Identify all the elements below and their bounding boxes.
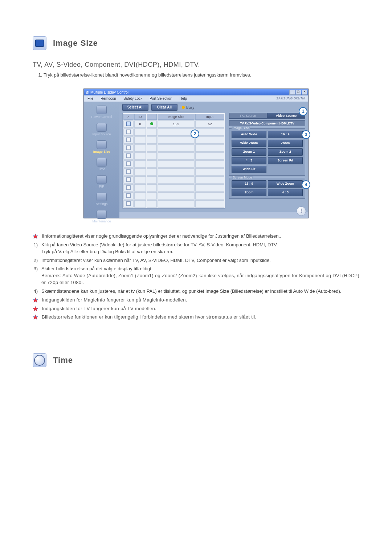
status-bar: !	[119, 212, 308, 218]
sidebar-item-label: Input Source	[92, 132, 111, 136]
row-checkbox[interactable]	[126, 161, 131, 166]
screen-mode-option-button[interactable]: 4 : 3	[268, 189, 303, 196]
time-icon	[97, 158, 107, 167]
menu-file[interactable]: File	[84, 95, 97, 102]
cell-id: 0	[134, 120, 146, 128]
star-bullet-icon	[33, 297, 38, 303]
sidebar-item-maintenance[interactable]: Maintenance	[87, 209, 116, 225]
sidebar-item-label: PIP	[99, 185, 105, 188]
row-checkbox[interactable]	[126, 169, 131, 174]
maintenance-icon	[97, 210, 107, 219]
legend-image-size: Image Size	[232, 126, 250, 130]
image-size-option-button[interactable]: Zoom 2	[268, 148, 303, 156]
sidebar-item-label: Time	[98, 167, 105, 171]
clear-all-button[interactable]: Clear All	[151, 104, 177, 111]
minimize-button[interactable]: _	[289, 90, 295, 95]
pip-icon	[97, 175, 107, 184]
screen-mode-fieldset: Screen Mode 16 : 9Wide ZoomZoom4 : 3	[229, 178, 305, 199]
svg-marker-3	[33, 315, 38, 320]
row-checkbox[interactable]	[126, 122, 131, 126]
sidebar-item-image-size[interactable]: Image Size	[87, 140, 116, 155]
menu-port-selection[interactable]: Port Selection	[146, 95, 176, 102]
row-checkbox[interactable]	[126, 138, 131, 142]
section-title: Time	[53, 356, 73, 365]
sidebar-item-power-control[interactable]: Power Control	[87, 105, 116, 120]
clock-icon	[33, 353, 46, 367]
menu-help[interactable]: Help	[176, 95, 191, 102]
video-source-list: TV,AV,S-Video,Component,HDMI,DTV	[229, 120, 305, 126]
warning-icon: !	[297, 206, 306, 216]
sidebar-item-time[interactable]: Time	[87, 157, 116, 172]
input-source-icon	[97, 123, 107, 132]
table-row[interactable]	[123, 192, 224, 200]
image-size-icon	[97, 140, 107, 149]
table-row[interactable]: 016:9AV	[123, 120, 224, 128]
note-4: Skærmtilstandene kan kun justeres, når e…	[41, 288, 341, 295]
col-status	[147, 114, 157, 120]
row-checkbox[interactable]	[126, 153, 131, 158]
sidebar-item-input-source[interactable]: Input Source	[87, 122, 116, 138]
busy-indicator: Busy	[182, 106, 194, 110]
busy-label: Busy	[186, 106, 194, 110]
table-row[interactable]	[123, 176, 224, 184]
col-check: ✓	[123, 114, 134, 120]
maximize-button[interactable]: ▢	[295, 90, 301, 95]
close-button[interactable]: ✕	[302, 90, 307, 95]
row-checkbox[interactable]	[126, 145, 131, 150]
screen-mode-option-button[interactable]: 16 : 9	[232, 180, 266, 188]
table-row[interactable]	[123, 128, 224, 136]
power-icon	[97, 106, 107, 114]
intro-list: Tryk på billedstørrelse-ikonet blandt ho…	[36, 72, 359, 78]
display-icon	[33, 36, 46, 50]
row-checkbox[interactable]	[126, 185, 131, 190]
callout-1: 1	[299, 107, 307, 116]
sidebar-item-pip[interactable]: PIP	[87, 175, 116, 190]
table-row[interactable]	[123, 200, 224, 208]
display-grid: ✓ ID Image Size Input 016:9AV	[122, 113, 225, 209]
row-checkbox[interactable]	[126, 130, 131, 134]
menu-safety-lock[interactable]: Safety Lock	[120, 95, 146, 102]
note-3a: Skifter billedstørrelsen på det valgte d…	[41, 266, 359, 272]
image-size-option-button[interactable]: 16 : 9	[268, 131, 303, 138]
sidebar-item-settings[interactable]: Settings	[87, 192, 116, 207]
image-size-option-button[interactable]: Zoom 1	[232, 148, 266, 156]
window-title: Multiple Display Control	[90, 90, 128, 94]
row-checkbox[interactable]	[126, 193, 131, 198]
table-row[interactable]	[123, 168, 224, 176]
row-checkbox[interactable]	[126, 201, 131, 206]
image-size-option-button[interactable]: Wide Zoom	[232, 140, 266, 147]
select-all-button[interactable]: Select All	[122, 104, 148, 111]
svg-marker-0	[33, 234, 38, 239]
image-size-option-button[interactable]: Zoom	[268, 140, 303, 147]
image-size-option-button[interactable]: 4 : 3	[232, 157, 266, 164]
tab-pc-source[interactable]: PC Source	[229, 113, 267, 119]
app-icon: 🖥	[85, 90, 89, 94]
image-size-fieldset: Image Size Auto Wide16 : 9Wide ZoomZoomZ…	[229, 128, 305, 176]
menu-remocon[interactable]: Remocon	[97, 95, 120, 102]
table-row[interactable]	[123, 160, 224, 168]
star-bullet-icon	[33, 234, 38, 239]
section-header-time: Time	[33, 353, 359, 367]
table-row[interactable]	[123, 184, 224, 192]
note-marker: 1)	[33, 242, 38, 249]
row-checkbox[interactable]	[126, 177, 131, 182]
status-dot-icon	[150, 122, 153, 125]
table-row[interactable]	[123, 144, 224, 152]
star-bullet-icon	[33, 315, 38, 320]
note-3b: Bemærk: Auto Wide (Autobredde), Zoom1 (Z…	[41, 272, 359, 286]
note-star-4: Billedstørrelse funktionen er kun tilgæn…	[42, 314, 256, 321]
image-size-option-button[interactable]: Auto Wide	[232, 131, 266, 138]
table-row[interactable]	[123, 152, 224, 160]
image-size-option-button[interactable]: Wide Fit	[232, 166, 266, 173]
col-image-size: Image Size	[158, 114, 195, 120]
svg-marker-2	[33, 306, 38, 311]
subheading: TV, AV, S-Video, Component, DVI(HDCP), H…	[33, 61, 359, 69]
note-marker: 4)	[33, 288, 38, 295]
table-row[interactable]	[123, 136, 224, 144]
col-input: Input	[195, 114, 224, 120]
screen-mode-option-button[interactable]: Wide Zoom	[268, 180, 303, 188]
image-size-option-button[interactable]: Screen Fit	[268, 157, 303, 164]
callout-3: 3	[302, 130, 310, 139]
intro-item-1: Tryk på billedstørrelse-ikonet blandt ho…	[44, 72, 359, 78]
screen-mode-option-button[interactable]: Zoom	[232, 189, 266, 196]
